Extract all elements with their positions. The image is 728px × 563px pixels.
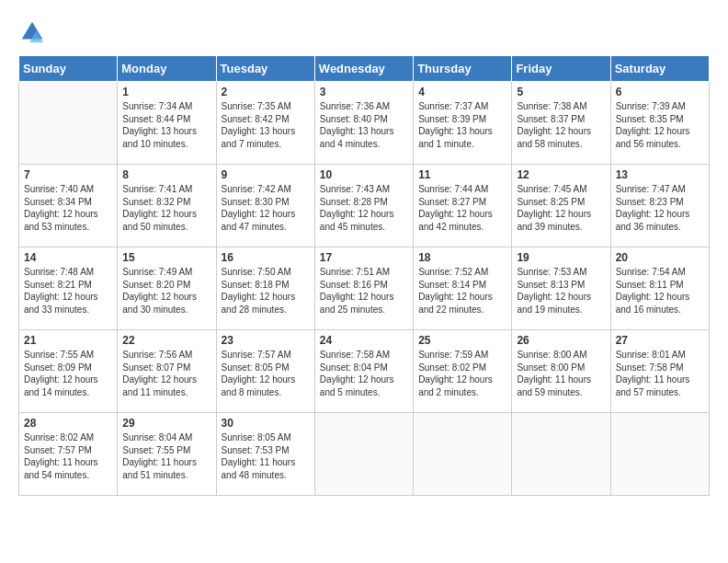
sunrise-label: Sunrise:: [122, 101, 156, 111]
sunrise-value: 7:51 AM: [356, 267, 390, 277]
sunrise-label: Sunrise:: [517, 267, 551, 277]
sunset-value: 8:37 PM: [551, 114, 585, 124]
sunrise-value: 8:02 AM: [60, 432, 94, 442]
calendar-cell: 24 Sunrise: 7:58 AM Sunset: 8:04 PM Dayl…: [314, 330, 413, 413]
day-number: 18: [418, 251, 506, 264]
sunset-value: 8:35 PM: [649, 114, 683, 124]
calendar-cell: 10 Sunrise: 7:43 AM Sunset: 8:28 PM Dayl…: [314, 165, 413, 247]
sunset-label: Sunset:: [517, 114, 548, 124]
sunrise-value: 7:45 AM: [553, 184, 587, 194]
calendar-cell: 8 Sunrise: 7:41 AM Sunset: 8:32 PM Dayli…: [118, 165, 216, 247]
sunrise-value: 7:48 AM: [60, 267, 94, 277]
day-number: 20: [616, 251, 704, 264]
sunrise-label: Sunrise:: [222, 267, 256, 277]
day-number: 9: [222, 168, 310, 181]
calendar-week-row: 28 Sunrise: 8:02 AM Sunset: 7:57 PM Dayl…: [19, 413, 710, 496]
calendar-cell: [314, 413, 413, 496]
day-number: 16: [222, 251, 310, 264]
sunset-value: 8:23 PM: [649, 197, 683, 207]
calendar-cell: 29 Sunrise: 8:04 AM Sunset: 7:55 PM Dayl…: [118, 413, 216, 496]
sunrise-value: 7:56 AM: [159, 350, 193, 360]
day-number: 6: [616, 86, 704, 98]
daylight-label: Daylight:: [517, 292, 552, 302]
calendar-cell: 15 Sunrise: 7:49 AM Sunset: 8:20 PM Dayl…: [118, 247, 216, 330]
daylight-label: Daylight:: [616, 126, 652, 136]
day-number: 5: [517, 86, 605, 98]
sunrise-value: 7:35 AM: [257, 101, 291, 111]
daylight-label: Daylight:: [122, 209, 158, 219]
sunrise-value: 7:44 AM: [455, 184, 489, 194]
sunrise-value: 7:52 AM: [455, 267, 489, 277]
sunset-value: 8:40 PM: [354, 114, 388, 124]
sunset-label: Sunset:: [122, 362, 154, 373]
day-number: 14: [24, 251, 112, 264]
cell-info: Sunrise: 8:05 AM Sunset: 7:53 PM Dayligh…: [222, 431, 310, 481]
calendar-cell: 3 Sunrise: 7:36 AM Sunset: 8:40 PM Dayli…: [314, 82, 413, 165]
daylight-label: Daylight:: [616, 292, 652, 302]
sunset-label: Sunset:: [122, 197, 154, 207]
sunrise-value: 7:37 AM: [455, 101, 489, 111]
calendar-cell: 13 Sunrise: 7:47 AM Sunset: 8:23 PM Dayl…: [610, 165, 709, 247]
cell-info: Sunrise: 7:45 AM Sunset: 8:25 PM Dayligh…: [517, 183, 605, 233]
sunrise-value: 7:34 AM: [159, 101, 193, 111]
sunrise-label: Sunrise:: [24, 432, 58, 442]
sunset-value: 8:14 PM: [452, 280, 486, 290]
cell-info: Sunrise: 7:34 AM Sunset: 8:44 PM Dayligh…: [122, 100, 210, 150]
cell-info: Sunrise: 8:00 AM Sunset: 8:00 PM Dayligh…: [517, 349, 605, 398]
calendar-cell: 21 Sunrise: 7:55 AM Sunset: 8:09 PM Dayl…: [19, 330, 118, 413]
day-number: 15: [122, 251, 210, 264]
daylight-label: Daylight:: [24, 457, 60, 467]
calendar-cell: 28 Sunrise: 8:02 AM Sunset: 7:57 PM Dayl…: [19, 413, 118, 496]
sunrise-label: Sunrise:: [517, 101, 551, 111]
sunset-label: Sunset:: [222, 114, 253, 124]
daylight-label: Daylight:: [222, 209, 257, 219]
sunset-value: 8:16 PM: [354, 280, 388, 290]
sunset-value: 7:58 PM: [649, 362, 683, 373]
sunset-value: 8:42 PM: [255, 114, 289, 124]
sunset-label: Sunset:: [418, 197, 449, 207]
cell-info: Sunrise: 7:42 AM Sunset: 8:30 PM Dayligh…: [222, 183, 310, 233]
sunrise-label: Sunrise:: [24, 350, 58, 360]
day-number: 28: [24, 417, 112, 430]
sunrise-label: Sunrise:: [122, 432, 156, 442]
sunrise-value: 7:47 AM: [652, 184, 686, 194]
sunrise-label: Sunrise:: [122, 350, 156, 360]
calendar-cell: 4 Sunrise: 7:37 AM Sunset: 8:39 PM Dayli…: [414, 82, 512, 165]
calendar-cell: 7 Sunrise: 7:40 AM Sunset: 8:34 PM Dayli…: [19, 165, 118, 247]
sunset-label: Sunset:: [24, 197, 55, 207]
sunset-label: Sunset:: [517, 362, 548, 373]
sunset-label: Sunset:: [24, 445, 55, 455]
sunset-label: Sunset:: [320, 114, 351, 124]
sunrise-value: 8:05 AM: [257, 432, 291, 442]
logo: [18, 18, 50, 46]
sunrise-label: Sunrise:: [24, 267, 58, 277]
calendar-body: 1 Sunrise: 7:34 AM Sunset: 8:44 PM Dayli…: [19, 82, 710, 496]
sunset-label: Sunset:: [320, 362, 351, 373]
sunrise-value: 7:53 AM: [553, 267, 587, 277]
daylight-label: Daylight:: [616, 374, 652, 385]
cell-info: Sunrise: 7:56 AM Sunset: 8:07 PM Dayligh…: [122, 349, 210, 398]
calendar-cell: [610, 413, 709, 496]
cell-info: Sunrise: 7:41 AM Sunset: 8:32 PM Dayligh…: [122, 183, 210, 233]
sunset-label: Sunset:: [222, 362, 253, 373]
calendar-cell: 19 Sunrise: 7:53 AM Sunset: 8:13 PM Dayl…: [512, 247, 610, 330]
sunrise-label: Sunrise:: [418, 350, 452, 360]
weekday-cell: Thursday: [414, 56, 512, 82]
daylight-label: Daylight:: [222, 374, 257, 385]
calendar-cell: 9 Sunrise: 7:42 AM Sunset: 8:30 PM Dayli…: [216, 165, 314, 247]
sunset-label: Sunset:: [418, 280, 449, 290]
daylight-label: Daylight:: [418, 292, 454, 302]
sunset-label: Sunset:: [616, 197, 647, 207]
sunset-value: 8:11 PM: [649, 280, 683, 290]
day-number: 17: [320, 251, 408, 264]
page-header: [18, 18, 710, 46]
cell-info: Sunrise: 8:04 AM Sunset: 7:55 PM Dayligh…: [122, 431, 210, 481]
daylight-label: Daylight:: [517, 374, 552, 385]
calendar-cell: 26 Sunrise: 8:00 AM Sunset: 8:00 PM Dayl…: [512, 330, 610, 413]
sunrise-value: 7:41 AM: [159, 184, 193, 194]
sunrise-label: Sunrise:: [122, 184, 156, 194]
sunset-value: 7:53 PM: [255, 445, 289, 455]
calendar-table: SundayMondayTuesdayWednesdayThursdayFrid…: [18, 55, 710, 496]
calendar-cell: 11 Sunrise: 7:44 AM Sunset: 8:27 PM Dayl…: [414, 165, 512, 247]
sunset-label: Sunset:: [320, 197, 351, 207]
